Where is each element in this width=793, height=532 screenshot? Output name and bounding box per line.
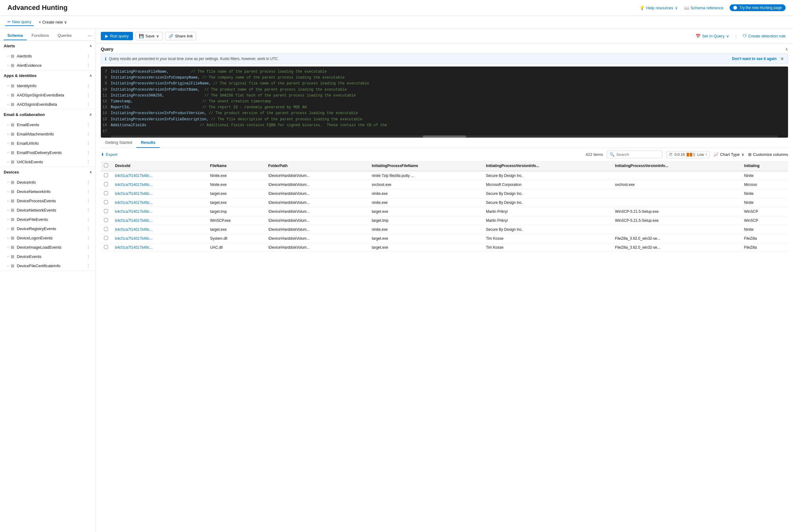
- item-more-icon[interactable]: ⋮: [85, 207, 92, 213]
- cell-deviceid[interactable]: b4cf1ca7f14017b48c...: [112, 189, 207, 198]
- chevron-down-icon-toolbar: ∨: [64, 20, 67, 24]
- row-checkbox[interactable]: [101, 198, 112, 207]
- scrollbar-thumb[interactable]: [423, 135, 466, 138]
- run-query-button[interactable]: ▶ Run query: [101, 32, 133, 40]
- row-checkbox[interactable]: [101, 189, 112, 198]
- item-more-icon[interactable]: ⋮: [85, 244, 92, 250]
- item-more-icon[interactable]: ⋮: [85, 216, 92, 222]
- cell-initiatingfilename: target.exe: [369, 207, 483, 216]
- schema-item-deviceinfo[interactable]: › ▤ DeviceInfo ⋮: [0, 177, 96, 187]
- schema-item-deviceregistry[interactable]: › ▤ DeviceRegistryEvents ⋮: [0, 224, 96, 233]
- cell-deviceid[interactable]: b4cf1ca7f14017b48c...: [112, 198, 207, 207]
- item-more-icon[interactable]: ⋮: [85, 140, 92, 146]
- schema-item-emailattachment[interactable]: › ▤ EmailAttachmentInfo ⋮: [0, 129, 96, 138]
- dont-show-link[interactable]: Don't want to see it again: [732, 57, 777, 61]
- section-email-header[interactable]: Email & collaboration ∧: [0, 109, 96, 120]
- item-more-icon[interactable]: ⋮: [85, 131, 92, 137]
- search-box[interactable]: 🔍: [607, 151, 662, 158]
- cell-deviceid[interactable]: b4cf1ca7f14017b48c...: [112, 234, 207, 243]
- schema-item-alertevidence[interactable]: › ▤ AlertEvidence ⋮: [0, 61, 96, 70]
- item-more-icon[interactable]: ⋮: [85, 149, 92, 156]
- item-more-icon[interactable]: ⋮: [85, 92, 92, 98]
- item-more-icon[interactable]: ⋮: [85, 263, 92, 269]
- schema-item-emailpostdelivery[interactable]: › ▤ EmailPostDeliveryEvents ⋮: [0, 148, 96, 157]
- section-alerts-header[interactable]: Alerts ∧: [0, 40, 96, 51]
- item-more-icon[interactable]: ⋮: [85, 253, 92, 260]
- row-checkbox[interactable]: [101, 171, 112, 180]
- cell-deviceid[interactable]: b4cf1ca7f14017b48c...: [112, 225, 207, 234]
- item-more-icon[interactable]: ⋮: [85, 179, 92, 185]
- row-checkbox[interactable]: [101, 225, 112, 234]
- cell-deviceid[interactable]: b4cf1ca7f14017b48c...: [112, 171, 207, 180]
- sidebar-more-button[interactable]: ···: [88, 33, 92, 39]
- item-more-icon[interactable]: ⋮: [85, 62, 92, 68]
- table-icon: ▤: [11, 159, 14, 164]
- schema-item-devicenetworkevents[interactable]: › ▤ DeviceNetworkEvents ⋮: [0, 205, 96, 215]
- item-more-icon[interactable]: ⋮: [85, 53, 92, 59]
- header-checkbox[interactable]: [101, 161, 112, 171]
- select-all-checkbox[interactable]: [104, 163, 108, 167]
- row-checkbox[interactable]: [101, 180, 112, 189]
- schema-item-deviceevents[interactable]: › ▤ DeviceEvents ⋮: [0, 252, 96, 261]
- item-more-icon[interactable]: ⋮: [85, 121, 92, 128]
- row-checkbox[interactable]: [101, 216, 112, 225]
- create-detection-button[interactable]: 🛡 Create detection rule: [740, 33, 788, 40]
- schema-item-deviceprocessevents[interactable]: › ▤ DeviceProcessEvents ⋮: [0, 196, 96, 205]
- item-more-icon[interactable]: ⋮: [85, 198, 92, 204]
- schema-reference-link[interactable]: 📖 Schema reference: [684, 5, 723, 10]
- schema-item-emailevents[interactable]: › ▤ EmailEvents ⋮: [0, 120, 96, 129]
- share-link-button[interactable]: 🔗 Share link: [165, 32, 196, 40]
- schema-item-urlclick[interactable]: › ▤ UrlClickEvents ⋮: [0, 157, 96, 166]
- customize-columns-button[interactable]: ⊞ Customize columns: [748, 152, 788, 157]
- code-line-12: 12 Timestamp, // The event creation time…: [101, 99, 788, 104]
- cell-deviceid[interactable]: b4cf1ca7f14017b48c...: [112, 243, 207, 252]
- try-new-toggle[interactable]: Try the new Hunting page: [730, 4, 786, 11]
- item-more-icon[interactable]: ⋮: [85, 235, 92, 241]
- row-checkbox[interactable]: [101, 207, 112, 216]
- schema-item-aadsign[interactable]: › ▤ AADSignInEventsBeta ⋮: [0, 100, 96, 109]
- schema-item-devicelogon[interactable]: › ▤ DeviceLogonEvents ⋮: [0, 233, 96, 243]
- schema-item-devicenetworkinfo[interactable]: › ▤ DeviceNetworkInfo ⋮: [0, 187, 96, 196]
- item-more-icon[interactable]: ⋮: [85, 101, 92, 107]
- search-input[interactable]: [616, 152, 660, 157]
- row-checkbox[interactable]: [101, 243, 112, 252]
- tab-getting-started[interactable]: Getting Started: [101, 138, 136, 148]
- schema-item-identityinfo[interactable]: › ▤ IdentityInfo ⋮: [0, 81, 96, 90]
- item-more-icon[interactable]: ⋮: [85, 82, 92, 89]
- tab-schema[interactable]: Schema: [4, 31, 26, 40]
- table-icon: ▤: [11, 189, 14, 194]
- set-in-query-button[interactable]: 📅 Set In Query ∨: [693, 33, 732, 40]
- item-more-icon[interactable]: ⋮: [85, 159, 92, 165]
- header-initiatingfilename: InitiatingProcessFileName: [369, 161, 483, 171]
- schema-item-emailurl[interactable]: › ▤ EmailUrlInfo ⋮: [0, 138, 96, 148]
- schema-item-devicefilecert[interactable]: › ▤ DeviceFileCertificateInfo ⋮: [0, 261, 96, 270]
- export-button[interactable]: ⬇ Export: [101, 152, 118, 157]
- chart-type-button[interactable]: 📈 Chart Type ∨: [714, 152, 744, 157]
- results-table-wrapper[interactable]: DeviceId FileName FolderPath InitiatingP…: [101, 161, 788, 532]
- schema-item-deviceimageload[interactable]: › ▤ DeviceImageLoadEvents ⋮: [0, 243, 96, 252]
- row-checkbox[interactable]: [101, 234, 112, 243]
- schema-item-aadspn[interactable]: › ▤ AADSpnSignInEventsBeta ⋮: [0, 90, 96, 100]
- schema-item-alertinfo[interactable]: › ▤ AlertInfo ⋮: [0, 51, 96, 61]
- section-devices-header[interactable]: Devices ∧: [0, 167, 96, 177]
- horizontal-scrollbar[interactable]: [111, 135, 778, 138]
- table-icon: ▤: [11, 132, 14, 136]
- code-line-9: 9 InitiatingProcessVersionInfoOriginalFi…: [101, 81, 788, 87]
- section-apps-header[interactable]: Apps & identities ∧: [0, 70, 96, 81]
- save-button[interactable]: 💾 Save ∨: [135, 32, 163, 40]
- code-editor[interactable]: 7 InitiatingProcessFileName, // The file…: [101, 66, 788, 138]
- cell-deviceid[interactable]: b4cf1ca7f14017b48c...: [112, 216, 207, 225]
- item-more-icon[interactable]: ⋮: [85, 188, 92, 194]
- item-more-icon[interactable]: ⋮: [85, 226, 92, 232]
- create-new-button[interactable]: + Create new ∨: [36, 19, 70, 26]
- dismiss-banner-button[interactable]: ✕: [780, 56, 784, 61]
- help-resources-link[interactable]: 💡 Help resources ∨: [640, 5, 678, 10]
- cell-deviceid[interactable]: b4cf1ca7f14017b48c...: [112, 180, 207, 189]
- tab-functions[interactable]: Functions: [28, 31, 53, 40]
- cell-deviceid[interactable]: b4cf1ca7f14017b48c...: [112, 207, 207, 216]
- tab-queries[interactable]: Queries: [54, 31, 75, 40]
- query-collapse-button[interactable]: ∧: [785, 47, 788, 51]
- tab-results[interactable]: Results: [136, 138, 160, 148]
- schema-item-devicefileevents[interactable]: › ▤ DeviceFileEvents ⋮: [0, 215, 96, 224]
- new-query-button[interactable]: ✏ New query: [5, 18, 34, 26]
